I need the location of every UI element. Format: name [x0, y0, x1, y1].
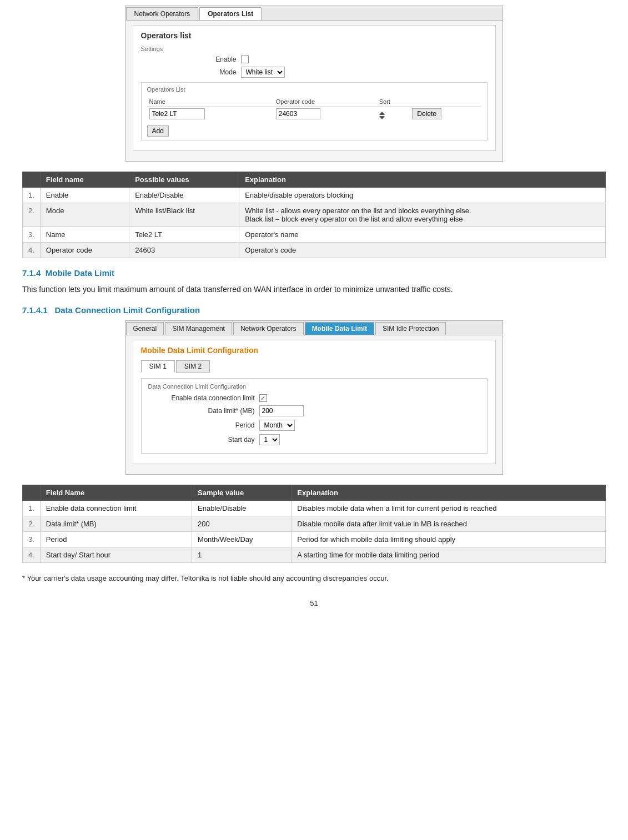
- settings-label: Settings: [141, 46, 488, 52]
- operators-list-inner: Operators list Settings Enable Mode Whit…: [133, 25, 496, 151]
- page-number: 51: [22, 599, 606, 607]
- mdl-sim-tabs: SIM 1 SIM 2: [141, 360, 488, 373]
- row-num: 1.: [23, 501, 41, 516]
- row-num: 2.: [23, 516, 41, 532]
- period-row: Period Month Week Day: [148, 420, 480, 431]
- data-limit-label: Data limit* (MB): [148, 407, 259, 415]
- tab-mobile-data-limit[interactable]: Mobile Data Limit: [305, 322, 374, 335]
- mdl-inner: Mobile Data Limit Configuration SIM 1 SI…: [133, 340, 496, 464]
- col-action: [410, 97, 481, 107]
- tab-network-operators[interactable]: Network Operators: [126, 7, 199, 20]
- mode-row: Mode White list Black list: [141, 67, 488, 78]
- row-num: 2.: [23, 203, 41, 227]
- col-num-header: [23, 172, 41, 188]
- cell-explanation: Operator's code: [239, 243, 606, 258]
- name-input[interactable]: [149, 108, 205, 119]
- start-day-row: Start day 1 2 3: [148, 434, 480, 445]
- sim1-tab[interactable]: SIM 1: [141, 360, 175, 373]
- period-select[interactable]: Month Week Day: [259, 420, 295, 431]
- table-row: 2. Data limit* (MB) 200 Disable mobile d…: [23, 516, 606, 532]
- col-name: Name: [147, 97, 274, 107]
- ui-tab-bar: Network Operators Operators List: [126, 6, 503, 21]
- enable-checkbox[interactable]: [241, 56, 249, 63]
- enable-data-checkbox[interactable]: ✓: [259, 394, 267, 402]
- cell-field: Mode: [40, 203, 129, 227]
- cell-field: Data limit* (MB): [40, 516, 192, 532]
- cell-field: Name: [40, 227, 129, 243]
- data-connection-heading: 7.1.4.1 Data Connection Limit Configurat…: [22, 305, 606, 315]
- cell-name: [147, 107, 274, 122]
- operators-list-ui-panel: Network Operators Operators List Operato…: [125, 6, 503, 162]
- sort-up-arrow[interactable]: [379, 112, 385, 115]
- subsection-title: Data Connection Limit Configuration: [54, 305, 200, 315]
- row-num: 3.: [23, 532, 41, 547]
- cell-values: 24603: [129, 243, 239, 258]
- enable-row: Enable: [141, 56, 488, 63]
- col-field-name-header: Field name: [40, 172, 129, 188]
- table-row: 4. Operator code 24603 Operator's code: [23, 243, 606, 258]
- start-day-select[interactable]: 1 2 3: [259, 434, 280, 445]
- mdl-tab-bar: General SIM Management Network Operators…: [126, 321, 503, 335]
- cell-value: Month/Week/Day: [192, 532, 292, 547]
- operators-list-subsection-title: Operators List: [147, 86, 481, 93]
- section-number: 7.1.4: [22, 268, 41, 278]
- col-sort: Sort: [377, 97, 410, 107]
- col-explanation-header: Explanation: [239, 172, 606, 188]
- cell-sort: [377, 107, 410, 122]
- cell-delete: Delete: [410, 107, 481, 122]
- cell-code: [274, 107, 377, 122]
- cell-explanation: Operator's name: [239, 227, 606, 243]
- table-row: 2. Mode White list/Black list White list…: [23, 203, 606, 227]
- tab-operators-list[interactable]: Operators List: [199, 7, 262, 20]
- tab-sim-idle-protection[interactable]: SIM Idle Protection: [375, 322, 446, 335]
- tab-general[interactable]: General: [126, 322, 164, 335]
- mode-label: Mode: [141, 68, 241, 76]
- operators-field-table: Field name Possible values Explanation 1…: [22, 172, 606, 258]
- enable-label: Enable: [141, 56, 241, 63]
- subsection-number: 7.1.4.1: [22, 305, 48, 315]
- cell-field: Operator code: [40, 243, 129, 258]
- delete-button[interactable]: Delete: [412, 108, 441, 119]
- table-row: 4. Start day/ Start hour 1 A starting ti…: [23, 547, 606, 563]
- cell-explanation: Disable mobile data after limit value in…: [292, 516, 606, 532]
- enable-data-label: Enable data connection limit: [148, 394, 259, 402]
- cell-explanation: Disables mobile data when a limit for cu…: [292, 501, 606, 516]
- dc-col-sample-value-header: Sample value: [192, 485, 292, 501]
- cell-explanation: Enable/disable operators blocking: [239, 188, 606, 203]
- mobile-data-body: This function lets you limit maximum amo…: [22, 283, 606, 295]
- row-num: 3.: [23, 227, 41, 243]
- sim2-tab[interactable]: SIM 2: [176, 360, 210, 373]
- row-num: 1.: [23, 188, 41, 203]
- col-possible-values-header: Possible values: [129, 172, 239, 188]
- mobile-data-limit-heading: 7.1.4 Mobile Data Limit: [22, 268, 606, 278]
- cell-values: Enable/Disable: [129, 188, 239, 203]
- mdl-ui-panel: General SIM Management Network Operators…: [125, 320, 503, 475]
- data-limit-input[interactable]: [259, 405, 304, 416]
- cell-field: Enable data connection limit: [40, 501, 192, 516]
- footnote: * Your carrier's data usage accounting m…: [22, 574, 606, 582]
- cell-explanation: White list - allows every operator on th…: [239, 203, 606, 227]
- cell-explanation: Period for which mobile data limiting sh…: [292, 532, 606, 547]
- cell-field: Period: [40, 532, 192, 547]
- code-input[interactable]: [276, 108, 320, 119]
- enable-data-row: Enable data connection limit ✓: [148, 394, 480, 402]
- mdl-title: Mobile Data Limit Configuration: [141, 346, 488, 355]
- data-connection-field-table: Field Name Sample value Explanation 1. E…: [22, 485, 606, 563]
- sort-arrows[interactable]: [379, 112, 385, 119]
- mode-select[interactable]: White list Black list: [241, 67, 285, 78]
- tab-sim-management[interactable]: SIM Management: [165, 322, 232, 335]
- start-day-label: Start day: [148, 436, 259, 444]
- cell-field: Enable: [40, 188, 129, 203]
- data-limit-row: Data limit* (MB): [148, 405, 480, 416]
- sort-down-arrow[interactable]: [379, 116, 385, 119]
- table-row: 3. Period Month/Week/Day Period for whic…: [23, 532, 606, 547]
- cell-explanation: A starting time for mobile data limiting…: [292, 547, 606, 563]
- tab-network-operators[interactable]: Network Operators: [233, 322, 304, 335]
- operators-table: Name Operator code Sort: [147, 97, 481, 121]
- dc-col-explanation-header: Explanation: [292, 485, 606, 501]
- row-num: 4.: [23, 547, 41, 563]
- table-row: Delete: [147, 107, 481, 122]
- operators-list-subsection: Operators List Name Operator code Sort: [141, 82, 488, 140]
- data-connection-limit-subsection: Data Connection Limit Configuration Enab…: [141, 378, 488, 454]
- add-button[interactable]: Add: [147, 125, 169, 137]
